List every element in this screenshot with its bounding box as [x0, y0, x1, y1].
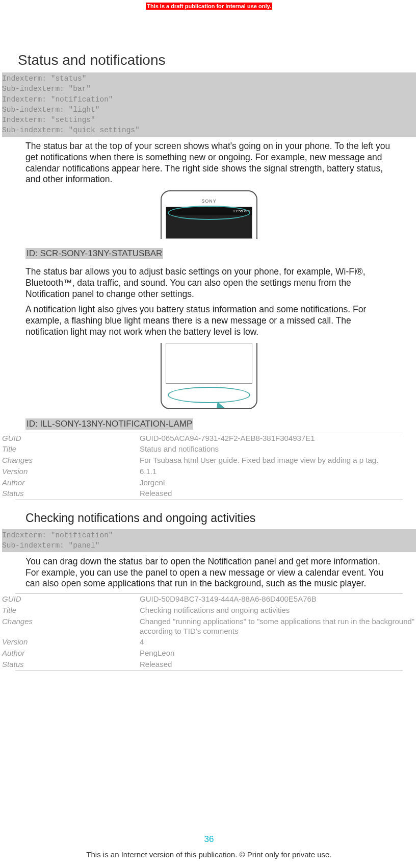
meta-key-version: Version — [2, 466, 140, 477]
meta-key-status: Status — [2, 659, 140, 670]
indexterms-block-1: Indexterm: "status" Sub-indexterm: "bar"… — [2, 72, 416, 137]
meta-val-status: Released — [140, 488, 416, 499]
meta-val-author: PengLeon — [140, 648, 416, 659]
meta-key-status: Status — [2, 488, 140, 499]
paragraph-1: The status bar at the top of your screen… — [20, 141, 398, 186]
draft-banner: This is a draft publication for internal… — [0, 0, 418, 10]
page-number: 36 — [0, 834, 418, 845]
meta-val-title: Checking notifications and ongoing activ… — [140, 605, 416, 616]
meta-key-author: Author — [2, 478, 140, 488]
meta-val-title: Status and notifications — [140, 444, 416, 455]
meta-val-author: JorgenL — [140, 478, 416, 488]
meta-val-guid: GUID-065ACA94-7931-42F2-AEB8-381F304937E… — [140, 433, 416, 444]
indexterms-block-2: Indexterm: "notification" Sub-indexterm:… — [2, 529, 416, 552]
divider — [15, 671, 403, 671]
meta-val-status: Released — [140, 659, 416, 670]
phone-top-icon: SONY 11:55 am — [161, 190, 257, 239]
meta-key-changes: Changes — [2, 455, 140, 466]
metadata-table-1: GUIDGUID-065ACA94-7931-42F2-AEB8-381F304… — [2, 433, 416, 500]
phone-bottom-icon — [161, 343, 257, 409]
paragraph-4: You can drag down the status bar to open… — [20, 556, 398, 590]
image-id-1: ID: SCR-SONY-13NY-STATUSBAR — [25, 248, 163, 259]
phone-screen-bottom — [166, 343, 252, 384]
divider — [15, 500, 403, 500]
statusbar-illustration: SONY 11:55 am — [15, 190, 403, 241]
paragraph-2: The status bar allows you to adjust basi… — [20, 266, 398, 300]
meta-key-author: Author — [2, 648, 140, 659]
paragraph-3: A notification light also gives you batt… — [20, 304, 398, 338]
notification-lamp-illustration — [15, 343, 403, 411]
meta-val-version: 4 — [140, 637, 416, 648]
sony-logo: SONY — [162, 199, 256, 204]
meta-val-guid: GUID-50D94BC7-3149-444A-88A6-86D400E5A76… — [140, 594, 416, 605]
metadata-table-2: GUIDGUID-50D94BC7-3149-444A-88A6-86D400E… — [2, 594, 416, 670]
meta-key-guid: GUID — [2, 594, 140, 605]
meta-key-guid: GUID — [2, 433, 140, 444]
section-heading-2: Checking notifications and ongoing activ… — [25, 511, 403, 525]
meta-key-title: Title — [2, 444, 140, 455]
page-title: Status and notifications — [18, 52, 403, 68]
meta-val-changes: For Tsubasa html User guide. Fixed bad i… — [140, 455, 416, 466]
page-content: Status and notifications Indexterm: "sta… — [0, 52, 418, 671]
meta-key-title: Title — [2, 605, 140, 616]
draft-banner-text: This is a draft publication for internal… — [146, 3, 272, 10]
footer-text: This is an Internet version of this publ… — [0, 850, 418, 859]
meta-key-changes: Changes — [2, 616, 140, 637]
image-id-2: ID: ILL-SONY-13NY-NOTIFICATION-LAMP — [25, 418, 193, 430]
meta-val-changes: Changed "running applications" to "some … — [140, 616, 416, 637]
highlight-oval-icon — [168, 387, 250, 403]
meta-val-version: 6.1.1 — [140, 466, 416, 477]
meta-key-version: Version — [2, 637, 140, 648]
